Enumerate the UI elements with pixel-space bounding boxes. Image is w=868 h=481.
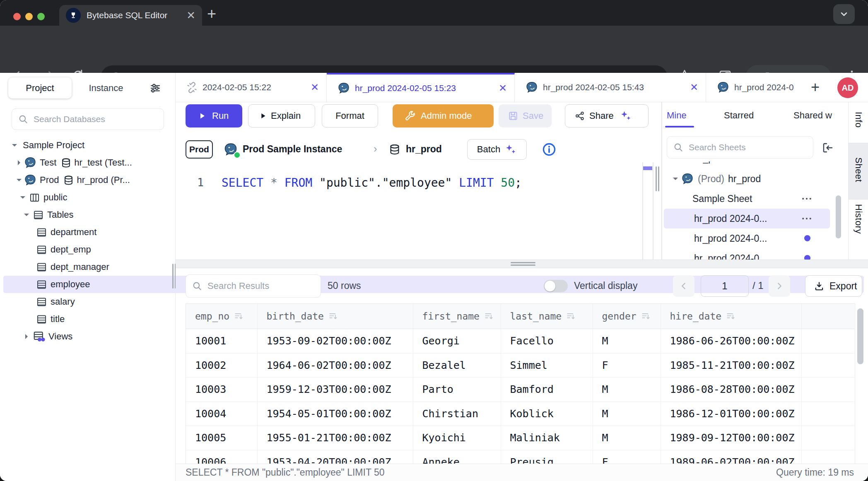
column-header-first-name[interactable]: first_name [413,304,501,329]
caret-down-icon[interactable] [22,210,31,220]
column-header-emp-no[interactable]: emp_no [186,304,257,329]
database-name[interactable]: hr_prod [406,144,442,155]
close-tab-icon[interactable]: ✕ [683,82,698,92]
page-input[interactable] [701,280,748,292]
cell[interactable]: 1959-12-03T00:00:00Z [257,378,413,402]
cell[interactable]: 1985-11-21T00:00:00Z [661,353,801,378]
column-header-last-name[interactable]: last_name [501,304,593,329]
caret-right-icon[interactable] [14,158,24,168]
instance-name[interactable]: Prod Sample Instance [243,144,342,155]
more-options-icon[interactable] [800,212,813,225]
sheet-item[interactable]: Sample Sheet [662,189,848,209]
sort-icon[interactable] [234,311,244,322]
cell[interactable]: 10002 [186,353,257,378]
tab-search-button[interactable] [833,4,855,24]
next-page-button[interactable] [769,275,790,297]
cell[interactable]: 10005 [186,426,257,450]
cell[interactable]: Facello [501,329,593,354]
table-scrollbar[interactable] [857,308,863,364]
explain-button[interactable]: Explain [248,104,315,127]
cell[interactable]: 1964-06-02T00:00:00Z [257,353,413,378]
cell[interactable]: M [593,426,661,450]
close-tab-icon[interactable]: ✕ [492,83,507,93]
close-tab-icon[interactable]: ✕ [186,10,195,21]
browser-tab[interactable]: Bytebase SQL Editor ✕ [59,5,202,26]
rail-tab-history[interactable]: History [853,204,864,234]
cell[interactable]: Bezalel [413,353,501,378]
cell[interactable]: Parto [413,378,501,402]
sort-icon[interactable] [328,311,339,322]
cell[interactable]: M [593,402,661,426]
vertical-display-toggle[interactable] [544,280,568,292]
collapse-panel-icon[interactable] [822,142,834,154]
cell[interactable]: Anneke [413,450,501,464]
cell[interactable]: Koblick [501,402,593,426]
cell[interactable]: 1953-04-20T00:00:00Z [257,450,413,464]
cell[interactable]: 1986-12-01T00:00:00Z [661,402,801,426]
cell[interactable]: 1954-05-01T00:00:00Z [257,402,413,426]
page-input-box[interactable] [701,275,749,297]
results-search[interactable] [186,274,321,298]
cell[interactable]: 10001 [186,329,257,354]
sidebar-resize-handle[interactable] [172,264,174,289]
sort-icon[interactable] [566,311,576,322]
cell[interactable]: Bamford [501,378,593,402]
cell[interactable]: M [593,378,661,402]
sheet-search[interactable] [667,136,813,159]
database-search-input[interactable] [34,114,158,124]
sheet-item-selected[interactable]: hr_prod 2024-0... [662,209,848,228]
cell[interactable]: 1986-08-28T00:00:00Z [661,378,801,402]
panel-resize-handle[interactable] [656,166,657,191]
rail-tab-sheet[interactable]: Sheet [853,157,864,182]
sheet-list-scrollbar[interactable] [836,195,841,238]
batch-button[interactable]: Batch [467,139,527,160]
splitter-grip[interactable] [511,265,535,266]
sheet-tab[interactable]: hr_prod 2024-02-05 15:43 ✕ [515,73,706,102]
cell[interactable]: F [593,353,661,378]
sheet-item[interactable]: hr_prod 2024-0... [662,248,848,260]
rail-tab-info[interactable]: Info [853,112,864,128]
sheet-tab-active[interactable]: hr_prod 2024-02-05 15:23 ✕ [327,73,515,102]
results-search-input[interactable] [207,281,315,291]
maximize-window-button[interactable] [37,13,45,20]
cell[interactable]: Georgi [413,329,501,354]
tab-shared[interactable]: Shared w [793,107,832,124]
cell[interactable]: M [593,329,661,354]
close-tab-icon[interactable]: ✕ [304,82,319,92]
column-header-birth-date[interactable]: birth_date [257,304,413,329]
results-splitter[interactable] [176,260,868,268]
cell[interactable]: 1989-06-02T00:00:00Z [661,450,801,464]
database-search[interactable] [12,108,164,130]
cell[interactable]: 1989-09-12T00:00:00Z [661,426,801,450]
sheet-group-prod-hr-prod[interactable]: (Prod) hr_prod [662,169,848,189]
caret-right-icon[interactable] [22,332,31,342]
ai-sparkles-icon[interactable] [620,110,632,122]
cell[interactable]: 1986-06-26T00:00:00Z [661,329,801,354]
panel-resize-handle[interactable] [658,166,659,191]
caret-down-icon[interactable] [10,140,19,150]
prev-page-button[interactable] [673,275,694,297]
caret-down-icon[interactable] [14,175,24,185]
cell[interactable]: 1953-09-02T00:00:00Z [257,329,413,354]
tab-mine[interactable]: Mine [667,107,687,124]
editor-scrollbar-thumb[interactable] [643,166,652,170]
info-icon[interactable] [542,142,557,157]
sort-icon[interactable] [726,311,736,322]
column-header-gender[interactable]: gender [593,304,661,329]
sheet-tab[interactable]: hr_prod 2024-0 [706,73,813,102]
sidebar-settings-icon[interactable] [149,82,162,94]
sheet-item[interactable]: hr_prod 2024-0... [662,228,848,248]
cell[interactable]: Preusig [501,450,593,464]
sheet-item-clipped[interactable]: hr_prod 2024-0... [662,161,848,168]
cell[interactable]: Maliniak [501,426,593,450]
cell[interactable]: 10003 [186,378,257,402]
column-header-hire-date[interactable]: hire_date [661,304,801,329]
sql-editor[interactable]: 1 SELECT * FROM "public"."employee" LIMI… [186,174,522,191]
sheet-tab-unsaved[interactable]: 2024-02-05 15:22 ✕ [176,73,327,102]
sql-code-line[interactable]: SELECT * FROM "public"."employee" LIMIT … [222,176,522,190]
sort-icon[interactable] [484,311,494,322]
sheet-search-input[interactable] [689,142,807,152]
cell[interactable]: Kyoichi [413,426,501,450]
more-options-icon[interactable] [800,192,813,205]
cell[interactable]: 1955-01-21T00:00:00Z [257,426,413,450]
